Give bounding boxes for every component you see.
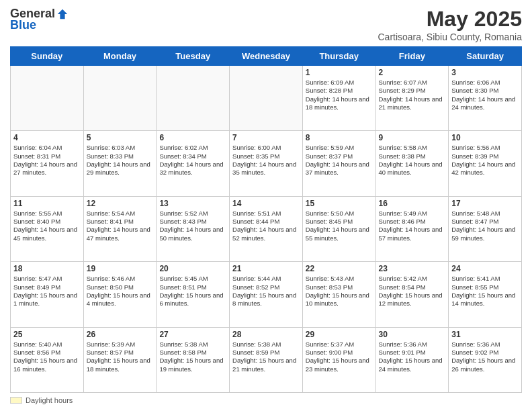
calendar-header-friday: Friday bbox=[375, 47, 449, 66]
calendar-cell: 30Sunrise: 5:36 AMSunset: 9:01 PMDayligh… bbox=[375, 327, 449, 392]
day-info: Sunset: 8:33 PM bbox=[87, 152, 154, 161]
day-number: 22 bbox=[306, 264, 373, 273]
calendar-table: SundayMondayTuesdayWednesdayThursdayFrid… bbox=[10, 46, 522, 393]
calendar-cell bbox=[157, 66, 230, 131]
day-info: Sunrise: 5:56 AM bbox=[451, 144, 519, 152]
calendar-cell: 25Sunrise: 5:40 AMSunset: 8:56 PMDayligh… bbox=[11, 327, 84, 392]
day-number: 3 bbox=[451, 68, 519, 77]
day-info: Sunrise: 5:48 AM bbox=[451, 210, 519, 218]
day-info: Sunset: 8:38 PM bbox=[379, 152, 446, 161]
calendar-cell: 13Sunrise: 5:52 AMSunset: 8:43 PMDayligh… bbox=[157, 196, 230, 261]
calendar-cell: 5Sunrise: 6:03 AMSunset: 8:33 PMDaylight… bbox=[83, 131, 157, 196]
day-info: Daylight: 15 hours and 8 minutes. bbox=[232, 291, 300, 308]
day-number: 25 bbox=[13, 330, 81, 339]
day-info: Sunset: 8:44 PM bbox=[232, 218, 300, 226]
footer: Daylight hours bbox=[10, 396, 522, 404]
day-info: Daylight: 14 hours and 45 minutes. bbox=[13, 226, 81, 242]
day-info: Sunset: 9:02 PM bbox=[451, 349, 519, 357]
day-info: Sunrise: 5:46 AM bbox=[87, 275, 154, 283]
day-number: 26 bbox=[87, 330, 154, 339]
calendar-cell: 19Sunrise: 5:46 AMSunset: 8:50 PMDayligh… bbox=[83, 262, 157, 327]
calendar-cell: 8Sunrise: 5:59 AMSunset: 8:37 PMDaylight… bbox=[302, 131, 375, 196]
day-info: Daylight: 15 hours and 23 minutes. bbox=[306, 357, 373, 373]
calendar-cell: 31Sunrise: 5:36 AMSunset: 9:02 PMDayligh… bbox=[449, 327, 522, 392]
title-area: May 2025 Cartisoara, Sibiu County, Roman… bbox=[378, 7, 522, 42]
day-info: Sunrise: 5:36 AM bbox=[379, 340, 446, 349]
day-info: Daylight: 15 hours and 18 minutes. bbox=[87, 357, 154, 373]
day-info: Daylight: 15 hours and 10 minutes. bbox=[306, 291, 373, 308]
day-info: Sunrise: 6:09 AM bbox=[306, 79, 373, 87]
day-info: Sunset: 8:34 PM bbox=[159, 152, 226, 161]
day-info: Sunrise: 5:49 AM bbox=[379, 210, 446, 218]
daylight-label: Daylight hours bbox=[26, 396, 73, 404]
calendar-cell: 17Sunrise: 5:48 AMSunset: 8:47 PMDayligh… bbox=[449, 196, 522, 261]
day-info: Sunset: 9:01 PM bbox=[379, 349, 446, 357]
calendar-cell: 18Sunrise: 5:47 AMSunset: 8:49 PMDayligh… bbox=[11, 262, 84, 327]
day-info: Sunset: 8:45 PM bbox=[306, 218, 373, 226]
calendar-cell: 4Sunrise: 6:04 AMSunset: 8:31 PMDaylight… bbox=[11, 131, 84, 196]
day-info: Sunset: 8:28 PM bbox=[306, 87, 373, 95]
day-info: Sunrise: 5:58 AM bbox=[379, 144, 446, 152]
day-info: Sunrise: 5:40 AM bbox=[13, 340, 81, 349]
day-info: Daylight: 15 hours and 21 minutes. bbox=[232, 357, 300, 373]
calendar-header-sunday: Sunday bbox=[11, 47, 84, 66]
day-info: Sunset: 8:47 PM bbox=[451, 218, 519, 226]
day-info: Sunrise: 6:06 AM bbox=[451, 79, 519, 87]
calendar-cell: 12Sunrise: 5:54 AMSunset: 8:41 PMDayligh… bbox=[83, 196, 157, 261]
calendar-cell: 11Sunrise: 5:55 AMSunset: 8:40 PMDayligh… bbox=[11, 196, 84, 261]
header: General Blue May 2025 Cartisoara, Sibiu … bbox=[10, 7, 522, 42]
day-number: 9 bbox=[379, 133, 446, 142]
day-info: Daylight: 15 hours and 24 minutes. bbox=[379, 357, 446, 373]
day-info: Daylight: 14 hours and 27 minutes. bbox=[13, 161, 81, 177]
day-number: 29 bbox=[306, 330, 373, 339]
day-info: Sunset: 8:50 PM bbox=[87, 283, 154, 291]
day-number: 20 bbox=[159, 264, 226, 273]
day-info: Daylight: 14 hours and 18 minutes. bbox=[306, 95, 373, 112]
day-info: Daylight: 14 hours and 21 minutes. bbox=[379, 95, 446, 112]
day-number: 12 bbox=[87, 199, 154, 208]
day-info: Sunrise: 6:07 AM bbox=[379, 79, 446, 87]
calendar-cell: 21Sunrise: 5:44 AMSunset: 8:52 PMDayligh… bbox=[230, 262, 303, 327]
day-info: Sunset: 8:41 PM bbox=[87, 218, 154, 226]
day-number: 8 bbox=[306, 133, 373, 142]
day-info: Sunset: 8:31 PM bbox=[13, 152, 81, 161]
calendar-cell bbox=[230, 66, 303, 131]
day-info: Daylight: 15 hours and 4 minutes. bbox=[87, 291, 154, 308]
day-info: Sunset: 8:51 PM bbox=[159, 283, 226, 291]
day-info: Sunset: 8:55 PM bbox=[451, 283, 519, 291]
calendar-cell: 23Sunrise: 5:42 AMSunset: 8:54 PMDayligh… bbox=[375, 262, 449, 327]
daylight-color-box bbox=[10, 397, 22, 404]
day-info: Daylight: 15 hours and 14 minutes. bbox=[451, 291, 519, 308]
day-info: Sunrise: 5:59 AM bbox=[306, 144, 373, 152]
day-info: Sunset: 8:39 PM bbox=[451, 152, 519, 161]
calendar-cell: 22Sunrise: 5:43 AMSunset: 8:53 PMDayligh… bbox=[302, 262, 375, 327]
day-info: Daylight: 14 hours and 52 minutes. bbox=[232, 226, 300, 242]
day-info: Sunset: 8:49 PM bbox=[13, 283, 81, 291]
day-number: 28 bbox=[232, 330, 300, 339]
day-info: Daylight: 15 hours and 19 minutes. bbox=[159, 357, 226, 373]
logo-blue-text: Blue bbox=[10, 18, 36, 32]
calendar-cell: 27Sunrise: 5:38 AMSunset: 8:58 PMDayligh… bbox=[157, 327, 230, 392]
calendar-week-1: 1Sunrise: 6:09 AMSunset: 8:28 PMDaylight… bbox=[11, 66, 522, 131]
calendar-cell: 16Sunrise: 5:49 AMSunset: 8:46 PMDayligh… bbox=[375, 196, 449, 261]
calendar-header-thursday: Thursday bbox=[302, 47, 375, 66]
day-number: 16 bbox=[379, 199, 446, 208]
calendar-cell: 29Sunrise: 5:37 AMSunset: 9:00 PMDayligh… bbox=[302, 327, 375, 392]
day-number: 6 bbox=[159, 133, 226, 142]
month-title: May 2025 bbox=[378, 7, 522, 32]
day-info: Daylight: 14 hours and 24 minutes. bbox=[451, 95, 519, 112]
calendar-cell bbox=[83, 66, 157, 131]
day-info: Sunset: 8:46 PM bbox=[379, 218, 446, 226]
day-info: Sunrise: 5:41 AM bbox=[451, 275, 519, 283]
day-info: Daylight: 15 hours and 12 minutes. bbox=[379, 291, 446, 308]
calendar-header-tuesday: Tuesday bbox=[157, 47, 230, 66]
day-info: Daylight: 14 hours and 29 minutes. bbox=[87, 161, 154, 177]
day-number: 11 bbox=[13, 199, 81, 208]
day-info: Daylight: 14 hours and 32 minutes. bbox=[159, 161, 226, 177]
calendar-cell: 28Sunrise: 5:38 AMSunset: 8:59 PMDayligh… bbox=[230, 327, 303, 392]
day-info: Sunrise: 5:54 AM bbox=[87, 210, 154, 218]
day-number: 15 bbox=[306, 199, 373, 208]
day-info: Sunset: 8:35 PM bbox=[232, 152, 300, 161]
calendar-header-row: SundayMondayTuesdayWednesdayThursdayFrid… bbox=[11, 47, 522, 66]
day-info: Daylight: 15 hours and 6 minutes. bbox=[159, 291, 226, 308]
